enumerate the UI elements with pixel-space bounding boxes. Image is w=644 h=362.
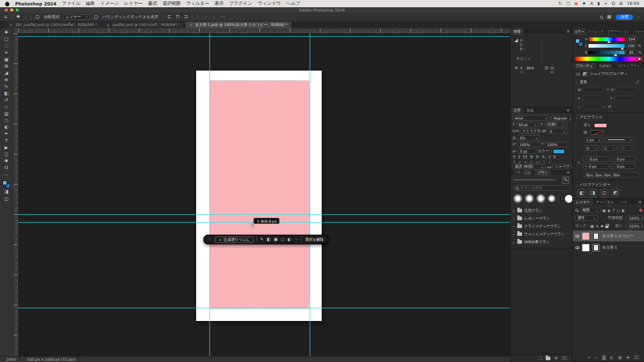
feather-selection-icon[interactable]: ○ (281, 237, 284, 242)
layer-thumbnail[interactable] (582, 244, 590, 252)
distribute-top-icon[interactable]: ⊺ (197, 14, 199, 19)
pasteboard[interactable]: ↕ 808.8 px ↕ ⋮ ✧ 生成塗りつぶし ✎ ◧ ▣ ○ ◐ ⋯ 選択を… (18, 33, 510, 356)
align-center-icon[interactable]: ⊓ (176, 14, 179, 19)
eyedropper-tool[interactable]: ◢ (5, 71, 8, 76)
pathfinder-subtract-icon[interactable]: ◨ (589, 189, 598, 197)
filter-adjustment-layers-icon[interactable]: ◐ (608, 209, 611, 212)
language-dropdown[interactable]: 英語 (米国)∨ (512, 164, 546, 170)
guide-horizontal-middle[interactable] (18, 214, 510, 215)
quick-mask-icon[interactable]: ◨ (4, 189, 8, 195)
app-menu[interactable]: Photoshop 2024 (15, 1, 57, 7)
y-position-field[interactable] (614, 95, 635, 101)
color-swatches[interactable] (2, 180, 10, 188)
vector-mask-thumbnail[interactable] (592, 232, 600, 240)
brush-tool[interactable]: ✎ (4, 84, 8, 90)
x-position-field[interactable] (582, 95, 602, 101)
menu-plugins[interactable]: プラグイン (229, 1, 252, 7)
layer-thumbnail[interactable] (582, 232, 590, 240)
menu-filter[interactable]: フィルター (186, 1, 209, 7)
clone-stamp-tool[interactable]: ◧ (4, 91, 8, 97)
vertical-scale-field[interactable]: 100% (517, 142, 540, 147)
wifi-icon[interactable]: ≈ (604, 1, 608, 6)
menu-image[interactable]: イメージ (100, 1, 119, 7)
filter-shape-layers-icon[interactable]: ▢ (617, 209, 620, 212)
gradient-tool[interactable]: ▥ (4, 112, 8, 117)
add-mask-icon[interactable]: ▣ (274, 237, 278, 242)
generative-fill-button[interactable]: ✧ 生成塗りつぶし (215, 237, 253, 243)
deselect-button[interactable]: 選択を解除 (305, 237, 324, 243)
lock-all-icon[interactable] (605, 226, 608, 228)
menu-help[interactable]: ヘルプ (286, 1, 300, 7)
panel-menu-icon[interactable]: ≡ (636, 199, 644, 205)
blur-tool[interactable]: ○ (4, 118, 8, 124)
hue-slider-marker[interactable] (607, 40, 611, 43)
ordinals-icon[interactable]: st (523, 160, 526, 164)
panel-menu-icon[interactable]: ≡ (564, 28, 572, 34)
horizontal-scale-field[interactable]: 100% (545, 142, 568, 147)
radius-bottom-left-field[interactable]: L0 px (583, 164, 608, 169)
brush-folder[interactable]: ▸ ウェットメディアブラシ (511, 230, 572, 238)
flip-horizontal-icon[interactable]: ▱ (602, 104, 606, 109)
lock-position-icon[interactable]: ✚ (601, 224, 604, 228)
lasso-tool[interactable]: ◌ (4, 43, 8, 49)
tab-swatches[interactable]: スウォッチ (586, 28, 606, 34)
screen-mode-icon[interactable]: ◫ (4, 197, 8, 202)
font-size-field[interactable]: 50 pt∨ (516, 122, 539, 127)
app-status-icon[interactable]: ● (575, 1, 578, 6)
align-left-icon[interactable]: ⊏ (167, 14, 171, 19)
healing-brush-tool[interactable]: ✜ (4, 78, 8, 83)
lock-transparent-pixels-icon[interactable]: ▦ (590, 224, 594, 228)
strikethrough-icon[interactable]: Ŧ (553, 155, 556, 160)
pathfinder-intersect-icon[interactable]: ◫ (600, 189, 608, 197)
move-tool-icon[interactable]: ✚ (16, 14, 21, 19)
close-tab-icon[interactable]: × (106, 23, 110, 28)
control-center-icon[interactable]: ⊞ (619, 1, 623, 6)
layer-name[interactable]: 長方形 1 のコピー (602, 233, 634, 239)
fill-color-swatch[interactable] (594, 123, 607, 128)
hue-value-field[interactable]: 194 (626, 36, 637, 42)
layer-effects-icon[interactable]: fx (595, 356, 598, 360)
width-field[interactable] (583, 87, 604, 92)
quick-selection-tool[interactable]: ✶ (4, 51, 8, 56)
saturation-slider[interactable] (588, 44, 625, 48)
color-spectrum-bar[interactable] (575, 57, 642, 61)
small-caps-icon[interactable]: Tr (530, 155, 534, 160)
display-icon[interactable]: ▢ (566, 1, 570, 6)
more-options-icon[interactable]: ⋯ (294, 237, 298, 242)
menu-view[interactable]: 表示 (215, 1, 224, 7)
shape-tool[interactable]: ◻ (4, 152, 8, 157)
brush-folder[interactable]: ▸ 汎用ブラシ (511, 207, 572, 214)
tab-gradients[interactable]: グラデーション (605, 28, 631, 34)
frame-tool[interactable]: ⊠ (4, 64, 8, 69)
saturation-value-field[interactable]: 100 (626, 43, 637, 48)
delete-icon[interactable]: ⌧ (562, 356, 567, 361)
close-tab-icon[interactable]: × (9, 23, 13, 28)
pen-tool[interactable]: ✒ (4, 132, 8, 137)
zoom-level-field[interactable]: 100% (6, 357, 17, 361)
share-button[interactable]: 共有 (616, 14, 633, 20)
link-dimensions-icon[interactable]: ∞ (605, 87, 610, 92)
titling-icon[interactable]: aa (535, 160, 540, 164)
document-canvas[interactable] (196, 71, 322, 321)
menu-select[interactable]: 選択範囲 (162, 1, 180, 7)
new-brush-icon[interactable]: + (554, 356, 558, 361)
height-field[interactable] (616, 87, 636, 92)
brightness-slider-marker[interactable] (614, 54, 617, 56)
tab-patterns[interactable]: パターン (631, 28, 644, 34)
filter-pixel-layers-icon[interactable]: ▦ (602, 209, 606, 212)
document-tab[interactable]: × 18c_Leaflet.psd @ 100%(leaflet、RGB/8#)… (5, 22, 102, 28)
superscript-icon[interactable]: T¹ (535, 155, 540, 160)
flip-vertical-icon[interactable]: ▰ (608, 104, 611, 109)
stylistic-icon[interactable]: T (543, 160, 545, 164)
radius-bottom-right-field[interactable]: ⌐0 px (610, 164, 636, 169)
dodge-tool[interactable]: ◐ (4, 125, 8, 130)
hue-slider[interactable] (589, 37, 625, 41)
pink-rectangle-shape[interactable] (209, 80, 310, 309)
marquee-tool[interactable]: □ (4, 37, 8, 42)
auto-select-checkbox[interactable] (36, 15, 39, 19)
reset-transform-icon[interactable]: ↺ (635, 80, 639, 85)
invert-selection-icon[interactable]: ◧ (267, 237, 271, 242)
horizontal-ruler[interactable] (18, 28, 510, 33)
taskbar-drag-handle[interactable]: ⋮ (208, 237, 212, 242)
edit-toolbar-icon[interactable]: ⋯ (4, 173, 9, 178)
